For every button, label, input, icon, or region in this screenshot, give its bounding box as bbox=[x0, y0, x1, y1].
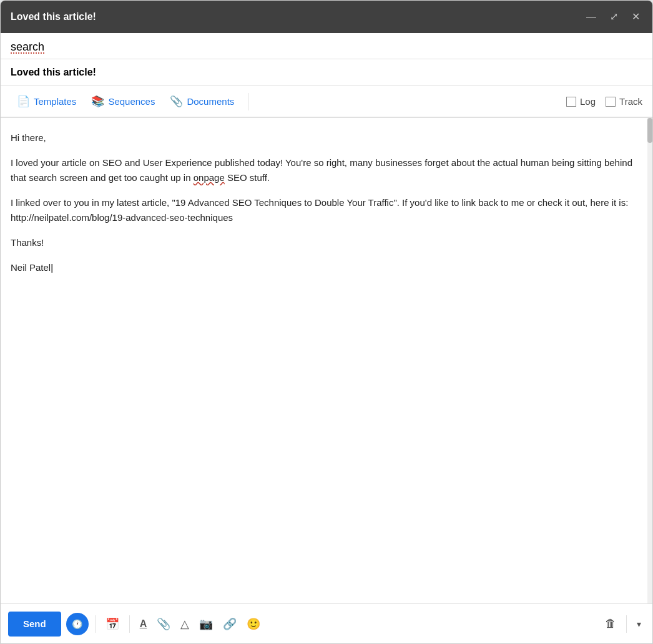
toolbar-right: Log Track bbox=[566, 96, 642, 107]
subject-bar[interactable]: Loved this article! bbox=[1, 59, 652, 86]
attach-icon: 📎 bbox=[157, 617, 170, 631]
window-controls: — ⤢ ✕ bbox=[584, 11, 642, 23]
schedule-icon: 🕐 bbox=[72, 619, 82, 629]
drive-icon: △ bbox=[180, 617, 189, 631]
bottom-divider-1 bbox=[95, 615, 96, 633]
documents-button[interactable]: 📎 Documents bbox=[164, 91, 240, 112]
more-icon: ▾ bbox=[637, 619, 641, 629]
link-button[interactable]: 🔗 bbox=[219, 613, 240, 635]
more-options-button[interactable]: ▾ bbox=[633, 615, 645, 633]
search-text[interactable]: search bbox=[11, 41, 44, 53]
signature: Neil Patel bbox=[11, 260, 642, 275]
documents-icon: 📎 bbox=[170, 95, 183, 108]
thanks: Thanks! bbox=[11, 235, 642, 250]
sequences-label: Sequences bbox=[108, 96, 155, 107]
link-icon: 🔗 bbox=[223, 617, 237, 631]
bottom-divider-3 bbox=[626, 615, 627, 633]
scrollbar[interactable] bbox=[647, 118, 652, 603]
maximize-button[interactable]: ⤢ bbox=[607, 11, 621, 23]
drive-button[interactable]: △ bbox=[177, 613, 193, 635]
log-label: Log bbox=[580, 96, 596, 107]
log-checkbox-item[interactable]: Log bbox=[566, 96, 596, 107]
calendar-button[interactable]: 📅 bbox=[102, 613, 123, 635]
templates-button[interactable]: 📄 Templates bbox=[11, 91, 82, 112]
sequences-icon: 📚 bbox=[91, 95, 104, 108]
format-text-button[interactable]: A bbox=[136, 615, 151, 633]
compose-toolbar: 📄 Templates 📚 Sequences 📎 Documents Log … bbox=[1, 86, 652, 118]
text-cursor bbox=[51, 262, 53, 273]
format-icon: A bbox=[140, 618, 147, 630]
track-checkbox-item[interactable]: Track bbox=[606, 96, 642, 107]
compose-window: Loved this article! — ⤢ ✕ search Loved t… bbox=[0, 0, 653, 644]
window-title: Loved this article! bbox=[11, 11, 96, 22]
scroll-thumb[interactable] bbox=[647, 118, 652, 143]
search-bar[interactable]: search bbox=[1, 33, 652, 59]
log-checkbox[interactable] bbox=[566, 97, 576, 107]
camera-icon: 📷 bbox=[199, 617, 213, 631]
bottom-divider-2 bbox=[129, 615, 130, 633]
emoji-button[interactable]: 🙂 bbox=[243, 613, 264, 635]
paragraph2: I linked over to you in my latest articl… bbox=[11, 195, 642, 225]
documents-label: Documents bbox=[187, 96, 234, 107]
greeting: Hi there, bbox=[11, 130, 642, 145]
delete-button[interactable]: 🗑 bbox=[601, 613, 620, 634]
emoji-icon: 🙂 bbox=[247, 617, 260, 631]
templates-label: Templates bbox=[34, 96, 76, 107]
track-checkbox[interactable] bbox=[606, 97, 616, 107]
track-label: Track bbox=[619, 96, 642, 107]
camera-button[interactable]: 📷 bbox=[195, 613, 217, 635]
misspelled-word: onpage bbox=[194, 172, 225, 183]
delete-icon: 🗑 bbox=[605, 617, 616, 630]
minimize-button[interactable]: — bbox=[584, 11, 599, 23]
schedule-button[interactable]: 🕐 bbox=[66, 613, 89, 635]
sequences-button[interactable]: 📚 Sequences bbox=[85, 91, 161, 112]
subject-text: Loved this article! bbox=[11, 67, 96, 77]
bottom-right: 🗑 ▾ bbox=[601, 613, 645, 634]
email-body[interactable]: Hi there, I loved your article on SEO an… bbox=[1, 118, 652, 603]
attach-button[interactable]: 📎 bbox=[153, 613, 174, 635]
calendar-icon: 📅 bbox=[106, 617, 119, 631]
bottom-toolbar: Send 🕐 📅 A 📎 △ 📷 🔗 🙂 🗑 bbox=[1, 603, 652, 643]
title-bar: Loved this article! — ⤢ ✕ bbox=[1, 1, 652, 33]
templates-icon: 📄 bbox=[17, 95, 30, 108]
paragraph1: I loved your article on SEO and User Exp… bbox=[11, 155, 642, 185]
toolbar-divider bbox=[248, 93, 248, 110]
send-button[interactable]: Send bbox=[8, 612, 61, 637]
close-button[interactable]: ✕ bbox=[629, 11, 642, 23]
